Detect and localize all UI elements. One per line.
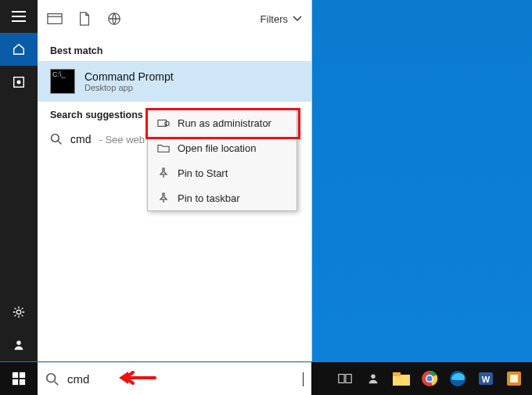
chrome-icon[interactable] [416,365,443,392]
search-sidebar [0,0,38,361]
svg-point-2 [16,310,20,314]
documents-scope-icon[interactable] [77,11,92,27]
svg-rect-12 [20,379,25,385]
menu-button[interactable] [0,0,38,33]
svg-rect-10 [20,372,25,378]
app-icon[interactable] [501,365,527,392]
folder-icon [157,142,170,154]
task-view-button[interactable] [332,365,358,392]
svg-rect-17 [393,375,410,386]
panel-top-row: Filters [38,0,311,38]
search-input[interactable] [66,372,301,386]
word-icon[interactable]: W [473,365,499,392]
file-explorer-icon[interactable] [388,365,415,392]
taskbar: W [0,362,532,395]
start-button[interactable] [0,362,38,395]
search-icon [45,372,59,386]
svg-point-6 [52,135,59,142]
svg-rect-9 [13,372,18,378]
svg-rect-15 [346,375,351,383]
text-caret [303,372,304,386]
settings-button[interactable] [0,296,38,329]
ctx-run-as-admin[interactable]: Run as administrator [148,110,297,135]
ctx-pin-to-taskbar-label: Pin to taskbar [178,192,240,204]
best-match-title: Command Prompt [84,70,174,83]
people-button[interactable] [360,365,386,392]
command-prompt-icon: C:\_ [50,69,75,94]
home-button[interactable] [0,33,38,66]
svg-rect-4 [48,14,62,24]
pin-icon [157,192,170,204]
suggestion-query: cmd [70,133,91,145]
panel-button[interactable] [0,66,38,99]
svg-point-16 [371,375,375,379]
ctx-open-file-location[interactable]: Open file location [148,135,297,160]
edge-icon[interactable] [444,365,471,392]
ctx-pin-to-taskbar[interactable]: Pin to taskbar [148,185,297,210]
desktop-background [311,0,532,362]
search-icon [50,133,63,145]
filters-label: Filters [261,13,288,25]
svg-point-3 [16,341,20,345]
svg-point-1 [17,81,20,84]
svg-rect-18 [393,372,401,376]
best-match-subtitle: Desktop app [84,83,174,92]
context-menu: Run as administrator Open file location … [147,110,297,211]
svg-rect-14 [339,375,344,383]
chevron-down-icon [293,16,302,22]
svg-point-21 [427,376,433,382]
admin-icon [157,117,170,129]
web-scope-icon[interactable] [106,11,122,27]
svg-point-8 [165,121,169,125]
svg-point-13 [47,373,56,382]
best-match-label: Best match [38,38,311,61]
svg-rect-11 [13,379,18,385]
ctx-run-as-admin-label: Run as administrator [178,117,271,129]
taskbar-search[interactable] [38,362,311,395]
taskbar-tray: W [327,362,532,395]
best-match-result[interactable]: C:\_ Command Prompt Desktop app [38,61,311,102]
ctx-pin-to-start-label: Pin to Start [178,167,228,179]
svg-rect-26 [510,375,518,382]
apps-scope-icon[interactable] [47,11,63,27]
user-button[interactable] [0,329,38,361]
filters-dropdown[interactable]: Filters [261,13,302,25]
svg-text:W: W [482,375,491,384]
pin-icon [157,167,170,179]
ctx-open-file-location-label: Open file location [178,142,256,154]
ctx-pin-to-start[interactable]: Pin to Start [148,160,297,185]
